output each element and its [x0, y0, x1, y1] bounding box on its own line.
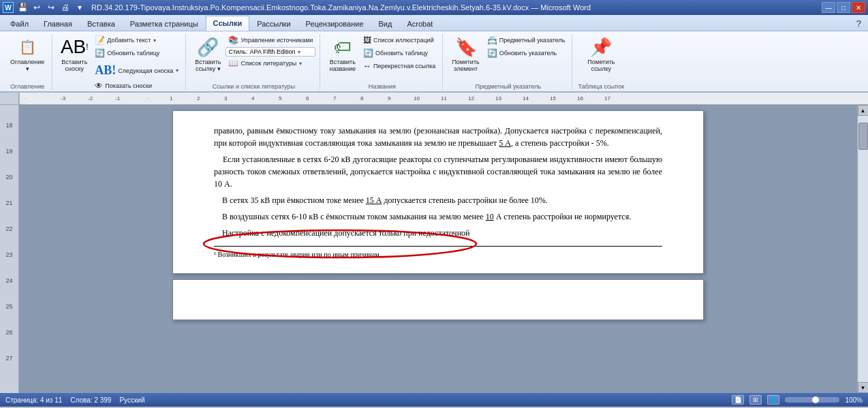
insert-caption-button[interactable]: 🏷 Вставитьназвание: [326, 34, 359, 75]
qat-undo[interactable]: ↩: [31, 2, 43, 13]
ribbon-group-citations: 🔗 Вставитьссылку ▾ 📚 Управление источник…: [187, 34, 320, 90]
insert-citation-button[interactable]: 🔗 Вставитьссылку ▾: [191, 34, 224, 75]
maximize-button[interactable]: □: [837, 2, 850, 13]
document-page-1[interactable]: правило, равным ёмкостному току замыкани…: [172, 110, 704, 274]
add-text-button[interactable]: 📝 Добавить текст ▾: [92, 34, 181, 46]
index-group-label: Предметный указатель: [448, 83, 568, 90]
zoom-slider[interactable]: [785, 397, 839, 403]
word-icon: W: [3, 2, 14, 13]
help-button[interactable]: ?: [852, 16, 865, 31]
ribbon-group-index: 🔖 Пометитьэлемент 📇 Предметный указатель…: [444, 34, 572, 90]
tab-acrobat[interactable]: Acrobat: [399, 16, 440, 31]
captions-group-label: Названия: [326, 83, 438, 90]
insert-footnote-label: Вставитьсноску: [61, 59, 87, 73]
tab-mailings[interactable]: Рассылки: [249, 16, 298, 31]
top-ruler: · -3 -2 -1 · 1 2 3 4 5 6 7 8 9 10 11 12 …: [19, 93, 868, 104]
add-text-arrow: ▾: [153, 37, 156, 44]
tab-home[interactable]: Главная: [36, 16, 80, 31]
qat-print[interactable]: 🖨: [59, 2, 72, 13]
update-table-footnote-button[interactable]: 🔄 Обновить таблицу: [92, 47, 181, 59]
minimize-button[interactable]: —: [822, 2, 835, 13]
insert-caption-icon: 🏷: [332, 36, 354, 58]
title-bar: W 💾 ↩ ↪ 🖨 ▾ RD.34.20.179-Tipovaya.Instru…: [0, 0, 868, 15]
update-index-button[interactable]: 🔄 Обновить указатель: [484, 47, 568, 59]
mark-entry-icon: 🔖: [455, 36, 477, 58]
bibliography-arrow: ▾: [299, 61, 302, 67]
citations-small-btns: 📚 Управление источниками Стиль: APA Fift…: [226, 34, 315, 69]
view-print-button[interactable]: 📄: [732, 395, 744, 405]
close-button[interactable]: ✕: [852, 2, 865, 13]
add-text-icon: 📝: [95, 35, 105, 45]
next-footnote-arrow: ▾: [176, 67, 179, 74]
ruler-22: 22: [5, 225, 12, 251]
toc-group-label: Оглавление: [7, 83, 48, 90]
show-footnotes-button[interactable]: 👁 Показать сноски: [92, 80, 181, 92]
qat-redo[interactable]: ↪: [45, 2, 57, 13]
view-web-button[interactable]: 🌐: [767, 395, 779, 405]
left-ruler: 18 19 20 21 22 23 24 25 26 27: [0, 105, 19, 393]
update-table-caption-icon: 🔄: [363, 48, 373, 58]
qat-more[interactable]: ▾: [74, 2, 86, 13]
next-footnote-button[interactable]: AB! Следующая сноска ▾: [92, 62, 181, 79]
insert-footnote-button[interactable]: AB! Вставитьсноску: [58, 34, 91, 75]
title-bar-left: W 💾 ↩ ↪ 🖨 ▾ RD.34.20.179-Tipovaya.Instru…: [3, 2, 591, 13]
style-dropdown[interactable]: Стиль: APA Fifth Edition ▾: [226, 47, 315, 57]
cross-reference-label: Перекрестная ссылка: [373, 63, 435, 69]
ab-icon: AB!: [95, 63, 116, 78]
citations-group-label: Ссылки и списки литературы: [191, 83, 315, 90]
ruler-25: 25: [5, 302, 12, 328]
ribbon-group-table-auth: 📌 Пометитьссылку Таблица ссылок: [574, 34, 628, 90]
underline-5a: 5 А: [499, 138, 511, 148]
scroll-down-button[interactable]: ▼: [858, 382, 869, 393]
tab-insert[interactable]: Вставка: [80, 16, 123, 31]
ruler-27: 27: [5, 354, 12, 380]
ribbon-group-captions: 🏷 Вставитьназвание 🖼 Список иллюстраций …: [322, 34, 443, 90]
paragraph-1: правило, равным ёмкостному току замыкани…: [214, 125, 662, 149]
tab-view[interactable]: Вид: [371, 16, 400, 31]
bibliography-icon: 📖: [228, 59, 238, 68]
tab-file[interactable]: Файл: [3, 16, 36, 31]
mark-citation-button[interactable]: 📌 Пометитьссылку: [584, 34, 618, 75]
manage-sources-label: Управление источниками: [241, 37, 313, 44]
document-container: правило, равным ёмкостному току замыкани…: [19, 105, 857, 393]
toc-button[interactable]: 📋 Оглавление▾: [7, 34, 48, 75]
tab-references[interactable]: Ссылки: [206, 16, 250, 31]
ribbon-group-footnotes: AB! Вставитьсноску 📝 Добавить текст ▾ 🔄 …: [54, 34, 186, 90]
status-bar: Страница: 4 из 11 Слова: 2 399 Русский 📄…: [0, 393, 868, 407]
add-text-label: Добавить текст: [107, 37, 151, 44]
mark-entry-button[interactable]: 🔖 Пометитьэлемент: [448, 34, 482, 75]
word-count: Слова: 2 399: [70, 396, 111, 404]
cross-reference-button[interactable]: ↔ Перекрестная ссылка: [360, 60, 438, 72]
style-prefix-label: Стиль:: [228, 48, 247, 55]
bibliography-label: Список литературы: [241, 60, 296, 67]
ruler-26: 26: [5, 328, 12, 354]
scroll-up-button[interactable]: ▲: [858, 105, 869, 116]
ruler-corner: [0, 93, 19, 104]
underline-15a: 15 А: [366, 195, 382, 205]
title-bar-controls: — □ ✕: [822, 2, 865, 13]
window-title: RD.34.20.179-Tipovaya.Instruksiya.Po.Kom…: [91, 3, 591, 12]
manage-sources-button[interactable]: 📚 Управление источниками: [226, 34, 315, 46]
status-right: 📄 ⊞ 🌐 100%: [732, 395, 863, 405]
paragraph-2: Если установленные в сетях 6-20 кВ дугог…: [214, 153, 662, 190]
update-table-caption-button[interactable]: 🔄 Обновить таблицу: [360, 47, 438, 59]
insert-citation-label: Вставитьссылку ▾: [195, 59, 221, 73]
ribbon: 📋 Оглавление▾ Оглавление AB! Вставитьсно…: [0, 31, 868, 93]
document-page-2[interactable]: [172, 279, 704, 320]
tab-review[interactable]: Рецензирование: [298, 16, 371, 31]
insert-footnote-icon: AB!: [63, 36, 85, 58]
bibliography-button[interactable]: 📖 Список литературы ▾: [226, 57, 315, 69]
show-footnotes-icon: 👁: [95, 81, 103, 91]
view-fullscreen-button[interactable]: ⊞: [749, 395, 762, 405]
index-button[interactable]: 📇 Предметный указатель: [484, 34, 568, 46]
ruler-19: 19: [5, 147, 12, 173]
ribbon-tabs: Файл Главная Вставка Разметка страницы С…: [0, 15, 868, 31]
zoom-level: 100%: [845, 396, 863, 404]
paragraph-3: В сетях 35 кВ при ёмкостном токе менее 1…: [214, 194, 662, 206]
scroll-thumb[interactable]: [858, 123, 868, 150]
qat-save[interactable]: 💾: [16, 2, 29, 13]
update-table-caption-label: Обновить таблицу: [375, 50, 428, 57]
figures-list-button[interactable]: 🖼 Список иллюстраций: [360, 34, 438, 46]
ruler-24: 24: [5, 277, 12, 302]
tab-page-layout[interactable]: Разметка страницы: [123, 16, 206, 31]
